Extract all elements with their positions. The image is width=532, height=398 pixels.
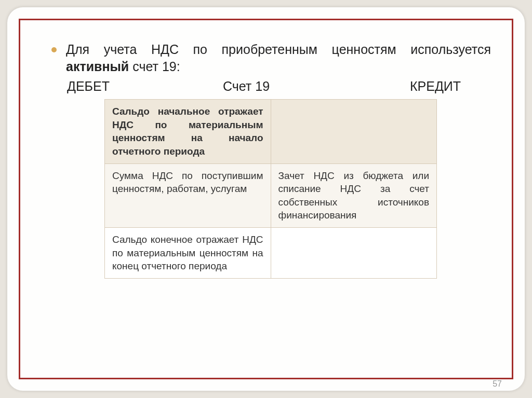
intro-after: счет 19: (129, 59, 180, 74)
table-row: Сальдо начальное отража­ет НДС по матери… (105, 100, 437, 164)
page-number: 57 (493, 379, 502, 389)
table-row: Сумма НДС по поступившим ценностям, рабо… (105, 163, 437, 228)
header-debit: ДЕБЕТ (67, 79, 223, 94)
intro-line: Для учета НДС по приобретенным ценностям… (51, 41, 491, 75)
cell-r3c1: Сальдо конечное отражает НДС по материал… (105, 228, 271, 279)
cell-r3c2 (271, 228, 437, 279)
cell-r1c2 (271, 100, 437, 164)
table-row: Сальдо конечное отражает НДС по материал… (105, 228, 437, 279)
account-table-wrap: Сальдо начальное отража­ет НДС по матери… (104, 99, 437, 279)
account-table: Сальдо начальное отража­ет НДС по матери… (104, 99, 437, 279)
cell-r2c2: Зачет НДС из бюджета или списание НДС за… (271, 163, 437, 228)
intro-bold: активный (66, 59, 129, 74)
header-account: Счет 19 (223, 79, 410, 94)
header-credit: КРЕДИТ (410, 79, 461, 94)
slide-inner-frame: Для учета НДС по приобретенным ценностям… (19, 19, 513, 379)
slide-content: Для учета НДС по приобретенным ценностям… (20, 20, 512, 279)
intro-text: Для учета НДС по приобретенным ценностям… (66, 41, 491, 75)
cell-r2c1: Сумма НДС по поступившим ценностям, рабо… (105, 163, 271, 228)
intro-before: Для учета НДС по приобретенным ценностям… (66, 42, 491, 57)
cell-r1c1: Сальдо начальное отража­ет НДС по матери… (105, 100, 271, 164)
bullet-icon (51, 47, 57, 52)
account-header-row: ДЕБЕТ Счет 19 КРЕДИТ (67, 79, 491, 94)
